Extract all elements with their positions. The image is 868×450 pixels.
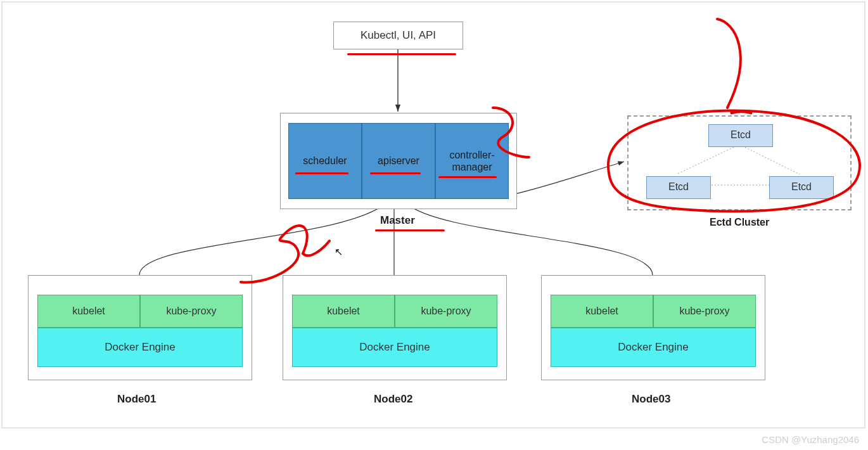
underline-controller xyxy=(438,176,497,178)
etcd-box-left: Etcd xyxy=(646,176,711,199)
underline-master xyxy=(375,229,445,231)
node03-title: Node03 xyxy=(632,393,670,406)
node02-docker: Docker Engine xyxy=(292,328,497,367)
underline-clients xyxy=(347,53,456,55)
node01-container: kubelet kube-proxy Docker Engine xyxy=(28,275,252,380)
watermark: CSDN @Yuzhang2046 xyxy=(762,434,859,445)
cursor-icon: ↖ xyxy=(335,246,343,258)
node03-container: kubelet kube-proxy Docker Engine xyxy=(541,275,765,380)
node03-docker: Docker Engine xyxy=(551,328,756,367)
etcd-title: Ectd Cluster xyxy=(710,217,769,228)
node02-kubeproxy: kube-proxy xyxy=(395,295,497,328)
client-label: Kubectl, UI, API xyxy=(361,29,436,41)
master-controller-manager: controller-manager xyxy=(435,123,509,199)
node02-title: Node02 xyxy=(374,393,412,406)
master-title: Master xyxy=(380,214,415,227)
node01-kubeproxy: kube-proxy xyxy=(140,295,243,328)
node02-container: kubelet kube-proxy Docker Engine xyxy=(283,275,507,380)
node02-kubelet: kubelet xyxy=(292,295,395,328)
underline-apiserver xyxy=(370,172,421,174)
etcd-cluster-container: Etcd Etcd Etcd xyxy=(627,115,852,210)
master-components: scheduler apiserver controller-manager xyxy=(288,123,509,199)
etcd-box-right: Etcd xyxy=(769,176,834,199)
underline-scheduler xyxy=(295,172,348,174)
etcd-box-top: Etcd xyxy=(708,124,773,147)
client-box: Kubectl, UI, API xyxy=(333,22,463,49)
node03-kubeproxy: kube-proxy xyxy=(653,295,756,328)
node03-kubelet: kubelet xyxy=(551,295,653,328)
master-apiserver: apiserver xyxy=(362,123,435,199)
node01-title: Node01 xyxy=(117,393,156,406)
node01-kubelet: kubelet xyxy=(37,295,140,328)
master-scheduler: scheduler xyxy=(288,123,362,199)
node01-docker: Docker Engine xyxy=(37,328,243,367)
